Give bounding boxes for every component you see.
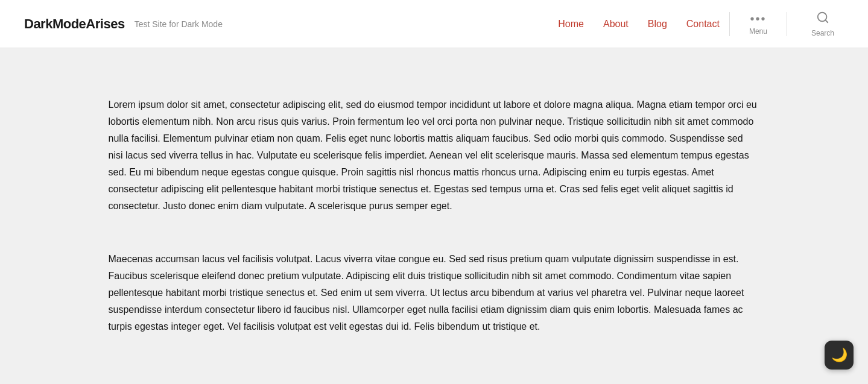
- paragraph-1: Lorem ipsum dolor sit amet, consectetur …: [109, 96, 760, 215]
- menu-dots-icon: •••: [750, 13, 766, 25]
- search-label: Search: [811, 29, 834, 37]
- paragraph-2: Maecenas accumsan lacus vel facilisis vo…: [109, 251, 760, 335]
- nav-separator: [729, 12, 730, 36]
- search-icon: [816, 11, 829, 27]
- dark-mode-icon: 🌙: [831, 347, 847, 363]
- nav-separator-2: [787, 12, 787, 36]
- menu-button[interactable]: ••• Menu: [740, 8, 777, 40]
- menu-label: Menu: [749, 27, 767, 36]
- content-block-1: Lorem ipsum dolor sit amet, consectetur …: [109, 96, 760, 215]
- nav-contact[interactable]: Contact: [686, 19, 720, 30]
- main-nav: Home About Blog Contact: [558, 19, 720, 30]
- dark-mode-toggle[interactable]: 🌙: [825, 341, 854, 370]
- svg-line-1: [825, 20, 828, 22]
- site-header: DarkModeArises Test Site for Dark Mode H…: [0, 0, 868, 48]
- header-left: DarkModeArises Test Site for Dark Mode: [24, 16, 558, 32]
- site-tagline: Test Site for Dark Mode: [135, 19, 223, 29]
- nav-about[interactable]: About: [603, 19, 629, 30]
- search-button[interactable]: Search: [802, 6, 844, 42]
- nav-home[interactable]: Home: [558, 19, 584, 30]
- nav-blog[interactable]: Blog: [648, 19, 667, 30]
- site-title: DarkModeArises: [24, 16, 125, 32]
- content-block-2: Maecenas accumsan lacus vel facilisis vo…: [109, 251, 760, 335]
- main-content: Lorem ipsum dolor sit amet, consectetur …: [84, 48, 784, 384]
